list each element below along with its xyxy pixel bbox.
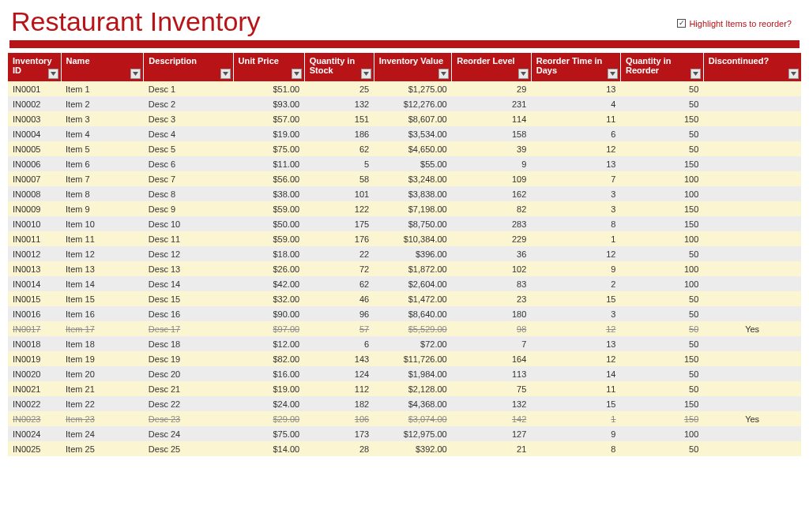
cell-qs: 122 [304,201,374,216]
svg-marker-5 [441,72,446,76]
cell-dc [703,246,801,261]
cell-qs: 151 [304,111,374,126]
cell-desc: Desc 9 [144,201,233,216]
cell-name: Item 21 [61,381,144,396]
cell-qr: 50 [620,336,703,351]
table-row[interactable]: IN0018Item 18Desc 18$12.006$72.0071350 [8,336,801,351]
column-header-qs: Quantity in Stock [304,53,374,81]
filter-dropdown-icon[interactable] [130,69,141,79]
table-row[interactable]: IN0002Item 2Desc 2$93.00132$12,276.00231… [8,96,801,111]
cell-name: Item 10 [61,216,144,231]
cell-qr: 100 [620,186,703,201]
filter-dropdown-icon[interactable] [518,69,529,79]
cell-qr: 50 [620,96,703,111]
cell-iv: $12,975.00 [374,426,452,441]
cell-qs: 124 [304,366,374,381]
table-row[interactable]: IN0006Item 6Desc 6$11.005$55.00913150 [8,156,801,171]
cell-up: $19.00 [233,126,304,141]
table-row[interactable]: IN0003Item 3Desc 3$57.00151$8,607.001141… [8,111,801,126]
cell-qs: 72 [304,261,374,276]
svg-marker-2 [223,72,228,76]
cell-qr: 150 [620,156,703,171]
table-row[interactable]: IN0001Item 1Desc 1$51.0025$1,275.0029135… [8,81,801,96]
cell-qr: 100 [620,261,703,276]
cell-iv: $3,534.00 [374,126,452,141]
filter-dropdown-icon[interactable] [220,69,231,79]
cell-rt: 11 [531,111,620,126]
cell-rl: 23 [452,291,532,306]
table-row[interactable]: IN0010Item 10Desc 10$50.00175$8,750.0028… [8,216,801,231]
cell-id: IN0008 [8,186,61,201]
column-label: Name [66,56,90,66]
table-row[interactable]: IN0016Item 16Desc 16$90.0096$8,640.00180… [8,306,801,321]
cell-iv: $1,872.00 [374,261,452,276]
cell-dc [703,381,801,396]
checkbox-icon: ✓ [677,19,686,28]
svg-marker-8 [693,72,698,76]
cell-id: IN0020 [8,366,61,381]
filter-dropdown-icon[interactable] [788,69,799,79]
table-row[interactable]: IN0009Item 9Desc 9$59.00122$7,198.008231… [8,201,801,216]
table-row[interactable]: IN0004Item 4Desc 4$19.00186$3,534.001586… [8,126,801,141]
table-row[interactable]: IN0017Item 17Desc 17$97.0057$5,529.00981… [8,321,801,336]
column-header-up: Unit Price [233,53,304,81]
cell-qr: 50 [620,306,703,321]
cell-rt: 9 [531,261,620,276]
cell-dc [703,156,801,171]
table-row[interactable]: IN0024Item 24Desc 24$75.00173$12,975.001… [8,426,801,441]
table-row[interactable]: IN0020Item 20Desc 20$16.00124$1,984.0011… [8,366,801,381]
cell-dc [703,111,801,126]
svg-marker-7 [610,72,615,76]
cell-desc: Desc 17 [144,321,233,336]
cell-id: IN0007 [8,171,61,186]
table-row[interactable]: IN0022Item 22Desc 22$24.00182$4,368.0013… [8,396,801,411]
cell-id: IN0012 [8,246,61,261]
cell-name: Item 17 [61,321,144,336]
cell-iv: $4,368.00 [374,396,452,411]
filter-dropdown-icon[interactable] [292,69,302,79]
cell-name: Item 4 [61,126,144,141]
table-row[interactable]: IN0005Item 5Desc 5$75.0062$4,650.0039125… [8,141,801,156]
cell-rl: 180 [452,306,532,321]
table-row[interactable]: IN0013Item 13Desc 13$26.0072$1,872.00102… [8,261,801,276]
table-row[interactable]: IN0011Item 11Desc 11$59.00176$10,384.002… [8,231,801,246]
filter-dropdown-icon[interactable] [361,69,371,79]
cell-desc: Desc 12 [144,246,233,261]
table-row[interactable]: IN0007Item 7Desc 7$56.0058$3,248.0010971… [8,171,801,186]
cell-iv: $392.00 [374,441,452,456]
table-row[interactable]: IN0019Item 19Desc 19$82.00143$11,726.001… [8,351,801,366]
cell-iv: $396.00 [374,246,452,261]
highlight-reorder-toggle[interactable]: ✓ Highlight Items to reorder? [677,19,792,28]
cell-dc [703,81,801,96]
cell-id: IN0011 [8,231,61,246]
table-row[interactable]: IN0014Item 14Desc 14$42.0062$2,604.00832… [8,276,801,291]
cell-rt: 7 [531,171,620,186]
cell-up: $93.00 [233,96,304,111]
cell-rl: 127 [452,426,532,441]
column-header-name: Name [61,53,144,81]
filter-dropdown-icon[interactable] [48,69,58,79]
cell-up: $19.00 [233,381,304,396]
cell-qr: 100 [620,171,703,186]
cell-id: IN0001 [8,81,61,96]
cell-qs: 5 [304,156,374,171]
cell-rl: 114 [452,111,532,126]
cell-name: Item 5 [61,141,144,156]
table-row[interactable]: IN0012Item 12Desc 12$18.0022$396.0036125… [8,246,801,261]
filter-dropdown-icon[interactable] [690,69,701,79]
cell-qs: 57 [304,321,374,336]
page-title: Restaurant Inventory [11,6,261,37]
table-row[interactable]: IN0025Item 25Desc 25$14.0028$392.0021850 [8,441,801,456]
column-header-iv: Inventory Value [374,53,452,81]
filter-dropdown-icon[interactable] [438,69,449,79]
table-row[interactable]: IN0008Item 8Desc 8$38.00101$3,838.001623… [8,186,801,201]
cell-dc [703,186,801,201]
table-row[interactable]: IN0015Item 15Desc 15$32.0046$1,472.00231… [8,291,801,306]
filter-dropdown-icon[interactable] [608,69,618,79]
cell-qs: 175 [304,216,374,231]
cell-name: Item 18 [61,336,144,351]
table-row[interactable]: IN0021Item 21Desc 21$19.00112$2,128.0075… [8,381,801,396]
cell-id: IN0009 [8,201,61,216]
cell-dc [703,231,801,246]
table-row[interactable]: IN0023Item 23Desc 23$29.00106$3,074.0014… [8,411,801,426]
